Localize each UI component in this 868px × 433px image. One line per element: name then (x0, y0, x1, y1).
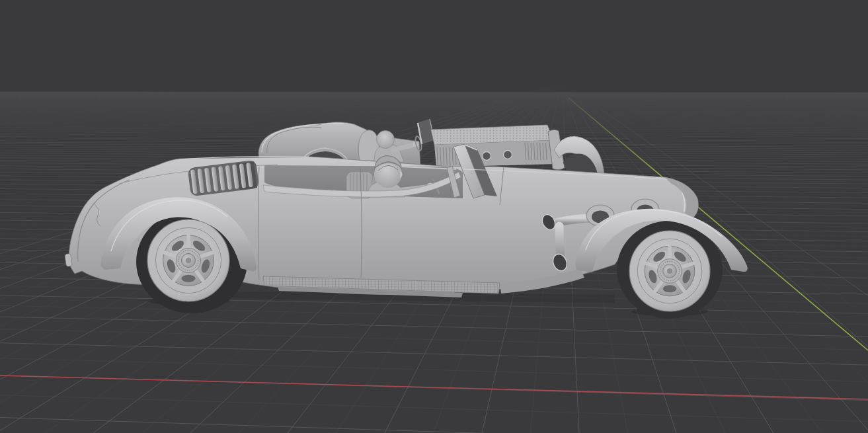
bg-driver-head (377, 131, 395, 149)
bg-hood-port-2 (504, 151, 512, 159)
front-wheel (629, 231, 710, 311)
rear-wheel (147, 219, 229, 301)
bg-hood-port-1 (483, 152, 491, 161)
bg-hood (431, 125, 555, 167)
viewport-canvas[interactable] (0, 0, 868, 433)
viewport-3d[interactable] (0, 0, 868, 433)
